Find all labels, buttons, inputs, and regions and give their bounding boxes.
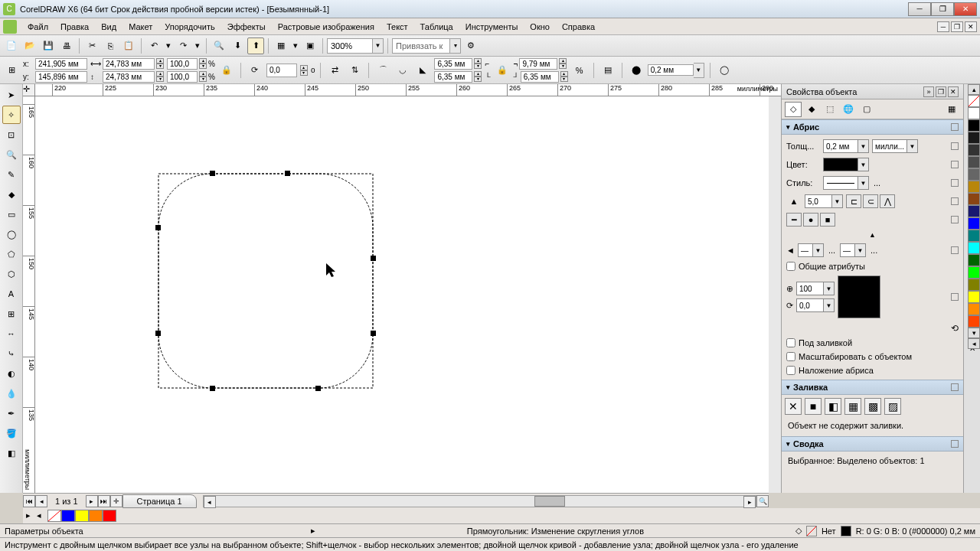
- corner-lock-button[interactable]: 🔒: [494, 62, 511, 79]
- convert-curves-button[interactable]: ◯: [716, 62, 733, 79]
- menu-window[interactable]: Окно: [524, 20, 556, 34]
- ellipse-tool[interactable]: ◯: [2, 225, 21, 243]
- corner-bevel-btn[interactable]: ⋀: [880, 194, 895, 208]
- zoom-input[interactable]: [327, 38, 373, 54]
- redo-dropdown[interactable]: ▾: [193, 37, 202, 54]
- palette-color[interactable]: [968, 217, 980, 230]
- docpal-color[interactable]: [61, 510, 75, 522]
- palette-color[interactable]: [968, 119, 980, 132]
- corner-tr-input[interactable]: [519, 58, 557, 70]
- search-button[interactable]: 🔍: [211, 37, 227, 54]
- drawing-canvas[interactable]: [35, 96, 781, 493]
- effects-tool[interactable]: ◐: [2, 364, 21, 383]
- outline-width-input[interactable]: [648, 64, 694, 76]
- palette-color[interactable]: [968, 266, 980, 279]
- shared-attrs-check[interactable]: [786, 262, 795, 271]
- node-handle[interactable]: [285, 171, 290, 176]
- angle-input[interactable]: ▼: [796, 298, 835, 312]
- corner-chamfer-button[interactable]: ◣: [414, 62, 431, 79]
- corner-bl-input[interactable]: [434, 71, 472, 83]
- menu-text[interactable]: Текст: [381, 20, 414, 34]
- text-tool[interactable]: A: [2, 285, 21, 303]
- arrow-end-combo[interactable]: ▼: [840, 243, 866, 257]
- lock-ratio-button[interactable]: 🔒: [218, 62, 235, 79]
- dimension-tool[interactable]: ↔: [2, 324, 21, 343]
- panel-close-button[interactable]: ✕: [948, 86, 959, 97]
- outline-width-panel-combo[interactable]: ▼: [823, 139, 869, 153]
- doc-close-button[interactable]: ✕: [965, 21, 977, 32]
- page-last-button[interactable]: ⏭: [98, 495, 110, 507]
- undo-dropdown[interactable]: ▾: [164, 37, 173, 54]
- cap-butt-btn[interactable]: ━: [786, 213, 802, 227]
- app-menu-icon[interactable]: [3, 20, 17, 34]
- panel-tab-internet[interactable]: 🌐: [840, 102, 857, 117]
- palette-expand[interactable]: ◂: [968, 338, 980, 349]
- canvas-area[interactable]: ✛ миллиметры 220225230235240245250255260…: [23, 84, 781, 493]
- doc-minimize-button[interactable]: ─: [937, 21, 949, 32]
- menu-arrange[interactable]: Упорядочить: [158, 20, 220, 34]
- palette-color[interactable]: [968, 168, 980, 181]
- cap-round-btn[interactable]: ●: [803, 213, 818, 227]
- node-handle[interactable]: [315, 386, 321, 391]
- palette-up[interactable]: ▴: [968, 84, 980, 95]
- palette-color[interactable]: [968, 205, 980, 217]
- snap-combo[interactable]: ▾: [392, 38, 461, 54]
- page-first-button[interactable]: ⏮: [23, 495, 35, 507]
- cut-button[interactable]: ✂: [83, 37, 100, 54]
- summary-section-header[interactable]: ▾Сводка: [782, 436, 963, 452]
- menu-effects[interactable]: Эффекты: [221, 20, 272, 34]
- palette-color[interactable]: [968, 303, 980, 315]
- fill-uniform-button[interactable]: ■: [805, 398, 822, 415]
- panel-expand-button[interactable]: »: [923, 86, 934, 97]
- vertical-ruler[interactable]: миллиметры 165160155150145140135: [23, 96, 35, 493]
- palette-color[interactable]: [968, 242, 980, 254]
- page-next-button[interactable]: ▸: [86, 495, 98, 507]
- menu-edit[interactable]: Правка: [54, 20, 95, 34]
- docpal-none[interactable]: [47, 510, 61, 522]
- fill-pattern-button[interactable]: ▦: [844, 398, 861, 415]
- page-add-button[interactable]: ✛: [110, 495, 122, 507]
- corner-round-button[interactable]: ⌒: [374, 62, 391, 79]
- palette-color[interactable]: [968, 193, 980, 205]
- freehand-tool[interactable]: ✎: [2, 165, 21, 184]
- zoom-combo[interactable]: ▼: [327, 38, 384, 54]
- mirror-h-button[interactable]: ⇄: [326, 62, 343, 79]
- panel-tab-summary[interactable]: ▢: [858, 102, 875, 117]
- menu-layout[interactable]: Макет: [122, 20, 158, 34]
- docpal-color[interactable]: [103, 510, 116, 522]
- import-button[interactable]: ⬇: [229, 37, 246, 54]
- docpal-color[interactable]: [75, 510, 89, 522]
- menu-file[interactable]: Файл: [21, 20, 54, 34]
- cap-square-btn[interactable]: ■: [820, 213, 835, 227]
- shape-tool[interactable]: ✧: [2, 106, 21, 124]
- node-handle[interactable]: [210, 171, 215, 176]
- fill-postscript-button[interactable]: ▨: [884, 398, 901, 415]
- connector-tool[interactable]: ⤷: [2, 344, 21, 363]
- crop-tool[interactable]: ⊡: [2, 126, 21, 144]
- polygon-tool[interactable]: ⬠: [2, 245, 21, 263]
- panel-tab-outline[interactable]: ◇: [785, 102, 802, 117]
- fill-none-button[interactable]: ✕: [785, 398, 802, 415]
- snap-input[interactable]: [392, 38, 450, 54]
- presets-button[interactable]: ⊞: [3, 62, 20, 79]
- table-tool[interactable]: ⊞: [2, 305, 21, 323]
- panel-tab-fill[interactable]: ◆: [803, 102, 820, 117]
- palette-color[interactable]: [968, 291, 980, 303]
- new-button[interactable]: 📄: [3, 37, 20, 54]
- corner-scallop-button[interactable]: ◡: [394, 62, 411, 79]
- panel-dock-button[interactable]: ❐: [936, 86, 946, 97]
- pick-tool[interactable]: ➤: [2, 86, 21, 104]
- paste-button[interactable]: 📋: [120, 37, 137, 54]
- node-handle[interactable]: [155, 331, 161, 336]
- docpal-left[interactable]: ◂: [37, 510, 47, 521]
- fill-texture-button[interactable]: ▩: [864, 398, 881, 415]
- panel-tab-transparency[interactable]: ⬚: [822, 102, 838, 117]
- menu-view[interactable]: Вид: [95, 20, 122, 34]
- stretch-input[interactable]: ▼: [796, 282, 835, 295]
- obj-w-input[interactable]: [103, 58, 155, 70]
- save-button[interactable]: 💾: [40, 37, 57, 54]
- corner-round-btn[interactable]: ⊂: [863, 194, 878, 208]
- arrow-start-combo[interactable]: ▼: [798, 243, 824, 257]
- print-button[interactable]: 🖶: [58, 37, 75, 54]
- corner-br-input[interactable]: [521, 71, 559, 83]
